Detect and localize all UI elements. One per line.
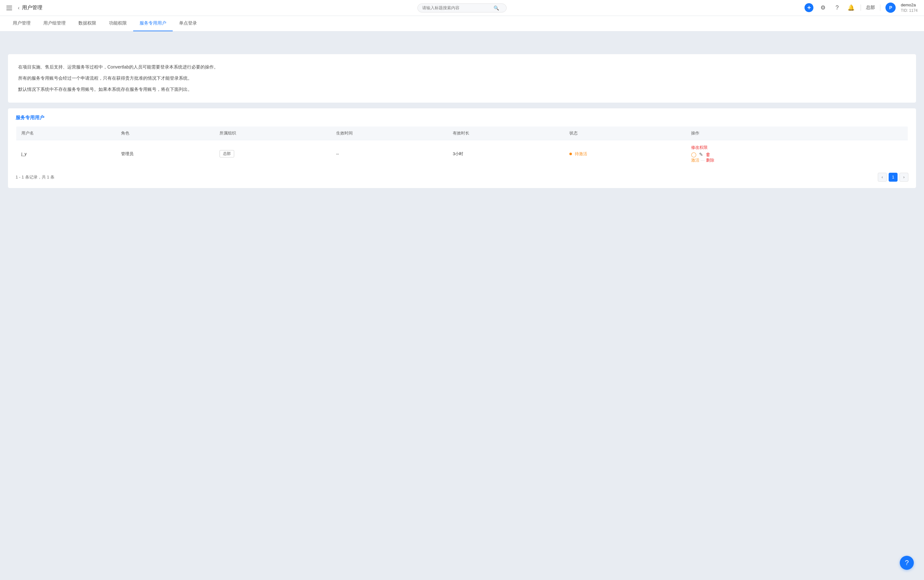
next-page-button[interactable]: › (899, 173, 908, 182)
tab-user-management[interactable]: 用户管理 (7, 16, 37, 31)
header-right: + ⚙ ? 🔔 总部 P demo2a TID: 1174 (804, 2, 917, 13)
status-dot (569, 153, 572, 155)
user-tid: TID: 1174 (901, 8, 917, 13)
page-1-button[interactable]: 1 (889, 173, 898, 182)
col-action: 操作 (686, 126, 908, 140)
table-row: j_y 管理员 总部 -- 3小时 待激活 修改权限 (16, 140, 908, 168)
service-user-table: 用户名 角色 所属组织 生效时间 有效时长 状态 操作 j_y 管理员 (16, 126, 908, 168)
menu-icon[interactable] (7, 5, 13, 11)
cell-status: 待激活 (564, 140, 686, 168)
search-input[interactable] (422, 5, 492, 10)
tab-data-permission[interactable]: 数据权限 (72, 16, 103, 31)
cell-role: 管理员 (116, 140, 214, 168)
status-text: 待激活 (575, 152, 587, 156)
notification-icon[interactable]: 🔔 (847, 3, 855, 12)
org-tag: 总部 (220, 150, 234, 157)
search-bar: 🔍 (418, 3, 506, 12)
delete-icon[interactable]: 🗑 (706, 152, 710, 157)
col-role: 角色 (116, 126, 214, 140)
cell-username: j_y (16, 140, 116, 168)
col-duration: 有效时长 (448, 126, 564, 140)
info-card: 在项目实施、售后支持、运营服务等过程中，Convertlab的人员可能需要登录本… (8, 54, 916, 103)
help-fab[interactable]: ? (900, 556, 914, 570)
back-button[interactable]: ‹ (18, 5, 20, 11)
activate-button[interactable]: 激活 (691, 157, 699, 163)
cell-effective-time: -- (331, 140, 448, 168)
user-name: demo2a (901, 2, 917, 8)
org-label: 总部 (866, 5, 875, 10)
settings-icon[interactable]: ⚙ (819, 3, 827, 12)
header-title: 用户管理 (22, 5, 43, 11)
help-icon[interactable]: ? (832, 3, 842, 12)
col-effective-time: 生效时间 (331, 126, 448, 140)
tab-nav: 用户管理 用户组管理 数据权限 功能权限 服务专用用户 单点登录 (0, 16, 924, 31)
main-content: 在项目实施、售后支持、运营服务等过程中，Convertlab的人员可能需要登录本… (0, 48, 924, 195)
col-status: 状态 (564, 126, 686, 140)
col-username: 用户名 (16, 126, 116, 140)
avatar: P (885, 3, 896, 13)
header: ‹ 用户管理 🔍 + ⚙ ? 🔔 总部 P demo2a TID: 1174 (0, 0, 924, 16)
tab-service-user[interactable]: 服务专用用户 (133, 16, 173, 31)
delete-button[interactable]: 删除 (706, 157, 714, 163)
pagination-controls: ‹ 1 › (878, 173, 908, 182)
user-info: demo2a TID: 1174 (901, 2, 917, 13)
action-col-label: 操作 (691, 130, 699, 136)
tab-sso[interactable]: 单点登录 (173, 16, 203, 31)
pagination: 1 - 1 条记录，共 1 条 ‹ 1 › (16, 173, 908, 182)
col-org: 所属组织 (214, 126, 331, 140)
table-card: 服务专用用户 用户名 角色 所属组织 生效时间 有效时长 状态 操作 (8, 108, 916, 188)
tab-feature-permission[interactable]: 功能权限 (103, 16, 133, 31)
cell-org: 总部 (214, 140, 331, 168)
add-button[interactable]: + (804, 3, 814, 12)
info-line-3: 默认情况下系统中不存在服务专用账号。如果本系统存在服务专用账号，将在下面列出。 (18, 86, 906, 93)
edit-icon[interactable]: ✎ (699, 152, 703, 157)
header-divider2 (880, 5, 880, 11)
tab-user-group-management[interactable]: 用户组管理 (37, 16, 72, 31)
table-title: 服务专用用户 (16, 115, 908, 121)
activate-icon[interactable]: ◯ (691, 152, 697, 157)
cell-action: 修改权限 ◯ ✎ 🗑 激活 — 删除 (686, 140, 908, 168)
search-icon: 🔍 (493, 5, 499, 10)
info-line-2: 所有的服务专用账号会经过一个申请流程，只有在获得贵方批准的情况下才能登录系统。 (18, 74, 906, 82)
modify-permission-button[interactable]: 修改权限 (691, 145, 708, 150)
info-line-1: 在项目实施、售后支持、运营服务等过程中，Convertlab的人员可能需要登录本… (18, 63, 906, 71)
pagination-info: 1 - 1 条记录，共 1 条 (16, 174, 54, 180)
prev-page-button[interactable]: ‹ (878, 173, 887, 182)
cell-duration: 3小时 (448, 140, 564, 168)
action-sep: — (700, 158, 705, 163)
